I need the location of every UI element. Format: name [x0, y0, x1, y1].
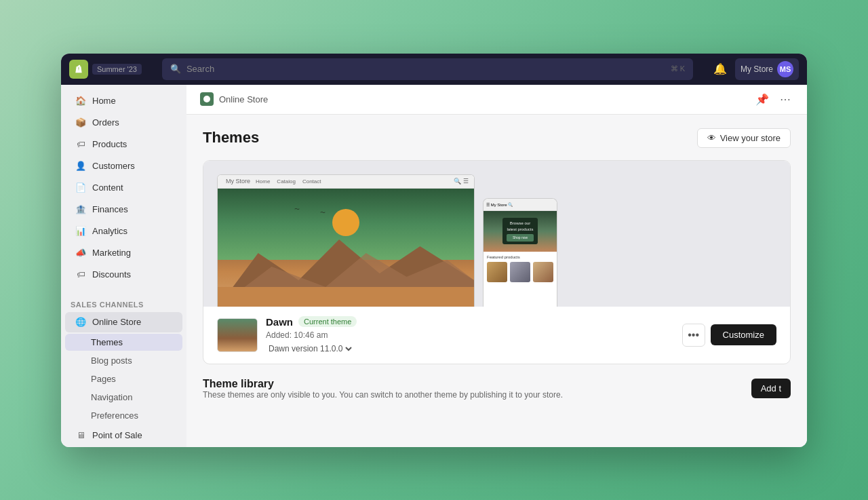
online-store-icon: 🌐 — [75, 316, 87, 328]
theme-card: My Store HomeCatalogContact 🔍 ☰ — [203, 160, 791, 364]
theme-details: Dawn Current theme Added: 10:46 am Dawn … — [266, 316, 674, 354]
svg-point-0 — [203, 96, 210, 102]
view-store-label: View your store — [720, 133, 781, 143]
breadcrumb: Online Store — [219, 94, 268, 104]
theme-actions: ••• Customize — [682, 324, 776, 347]
mobile-hero-image: Browse our latest products Shop now — [484, 211, 557, 252]
theme-thumbnail — [217, 318, 258, 352]
sidebar-subitem-blog-posts[interactable]: Blog posts — [65, 352, 182, 369]
mobile-store-name: ☰ My Store 🔍 — [486, 202, 513, 207]
library-header: Theme library These themes are only visi… — [203, 378, 791, 400]
topbar: Summer '23 🔍 ⌘ K 🔔 My Store MS — [61, 54, 807, 85]
sidebar-subitem-pages[interactable]: Pages — [65, 370, 182, 387]
sidebar-subitem-themes[interactable]: Themes — [65, 334, 182, 351]
summer-badge: Summer '23 — [92, 64, 142, 75]
mountains-svg — [218, 226, 474, 307]
search-icon: 🔍 — [170, 64, 181, 74]
view-store-button[interactable]: 👁 View your store — [697, 128, 791, 148]
current-theme-badge: Current theme — [298, 316, 357, 327]
add-theme-button[interactable]: Add t — [751, 379, 791, 398]
search-bar[interactable]: 🔍 ⌘ K — [162, 58, 693, 80]
mobile-mock-bar: ☰ My Store 🔍 — [484, 199, 557, 211]
page-content: Themes 👁 View your store My Store — [186, 115, 807, 447]
theme-version-row: Dawn version 11.0.0 — [266, 342, 674, 354]
search-input[interactable] — [186, 64, 665, 74]
sidebar-item-point-of-sale[interactable]: 🖥 Point of Sale — [65, 425, 182, 446]
main-layout: 🏠 Home 📦 Orders 🏷 Products 👤 Customers 📄… — [61, 85, 807, 447]
mobile-preview: ☰ My Store 🔍 Browse our latest products … — [483, 198, 557, 307]
sidebar-item-label: Customers — [92, 161, 135, 171]
library-title: Theme library — [203, 378, 563, 390]
topbar-right: 🔔 My Store MS — [713, 58, 799, 80]
pages-label: Pages — [91, 374, 116, 384]
products-icon: 🏷 — [75, 138, 87, 151]
eye-icon: 👁 — [707, 133, 716, 143]
orders-icon: 📦 — [75, 117, 87, 129]
theme-name: Dawn — [266, 316, 293, 328]
analytics-icon: 📊 — [75, 225, 87, 237]
store-selector[interactable]: My Store MS — [735, 58, 799, 80]
finances-icon: 🏦 — [75, 204, 87, 216]
sidebar-subitem-preferences[interactable]: Preferences — [65, 407, 182, 424]
product-thumb-2 — [510, 262, 530, 282]
library-title-group: Theme library These themes are only visi… — [203, 378, 563, 400]
sidebar-item-discounts[interactable]: 🏷 Discounts — [65, 265, 182, 285]
sidebar-item-label: Marketing — [92, 248, 131, 258]
desktop-mock-bar: My Store HomeCatalogContact 🔍 ☰ — [218, 175, 474, 189]
mock-search-icon: 🔍 ☰ — [454, 178, 469, 185]
page-header: Themes 👁 View your store — [203, 128, 791, 148]
sidebar-item-finances[interactable]: 🏦 Finances — [65, 199, 182, 220]
sidebar-item-orders[interactable]: 📦 Orders — [65, 113, 182, 133]
sidebar-item-products[interactable]: 🏷 Products — [65, 134, 182, 155]
sidebar-item-label: Home — [92, 96, 116, 106]
navigation-label: Navigation — [91, 392, 132, 402]
theme-customize-button[interactable]: Customize — [711, 324, 776, 345]
blog-posts-label: Blog posts — [91, 355, 132, 366]
content-icon: 📄 — [75, 182, 87, 194]
sidebar-item-label: Discounts — [92, 269, 131, 280]
search-shortcut: ⌘ K — [671, 64, 685, 73]
sidebar-item-content[interactable]: 📄 Content — [65, 178, 182, 198]
sidebar-item-label: Orders — [92, 117, 119, 128]
breadcrumb-actions: 📌 ⋯ — [753, 92, 793, 107]
svg-rect-3 — [218, 287, 474, 307]
sidebar-item-analytics[interactable]: 📊 Analytics — [65, 221, 182, 242]
sidebar-item-label: Analytics — [92, 226, 127, 236]
page-title: Themes — [203, 129, 259, 147]
sidebar-item-online-store[interactable]: 🌐 Online Store — [65, 312, 182, 332]
store-name-mock: My Store — [226, 178, 250, 185]
sidebar-item-label: Products — [92, 139, 127, 149]
theme-library: Theme library These themes are only visi… — [203, 375, 791, 405]
theme-info-bar: Dawn Current theme Added: 10:46 am Dawn … — [203, 307, 790, 364]
bird-decoration-2: 〜 — [320, 209, 326, 216]
online-store-breadcrumb-icon — [200, 92, 214, 106]
customers-icon: 👤 — [75, 160, 87, 172]
sidebar: 🏠 Home 📦 Orders 🏷 Products 👤 Customers 📄… — [61, 85, 186, 447]
sidebar-item-label: Point of Sale — [92, 430, 142, 440]
sidebar-item-home[interactable]: 🏠 Home — [65, 91, 182, 111]
product-thumb-1 — [487, 262, 507, 282]
sidebar-item-marketing[interactable]: 📣 Marketing — [65, 243, 182, 263]
content-area: Online Store 📌 ⋯ Themes 👁 View your stor… — [186, 85, 807, 447]
theme-version-select[interactable]: Dawn version 11.0.0 — [266, 343, 354, 354]
theme-added: Added: 10:46 am — [266, 330, 674, 340]
theme-more-button[interactable]: ••• — [682, 324, 705, 347]
breadcrumb-bar: Online Store 📌 ⋯ — [186, 85, 807, 115]
desktop-preview: My Store HomeCatalogContact 🔍 ☰ — [217, 174, 475, 307]
pin-button[interactable]: 📌 — [753, 92, 772, 107]
featured-label: Featured products — [487, 255, 553, 259]
shopify-logo — [69, 60, 88, 79]
more-options-button[interactable]: ⋯ — [777, 92, 793, 107]
mobile-promo-text: Browse our latest products Shop now — [502, 218, 537, 244]
sidebar-item-customers[interactable]: 👤 Customers — [65, 156, 182, 176]
pos-icon: 🖥 — [75, 429, 87, 442]
sidebar-item-label: Content — [92, 182, 123, 193]
mobile-product-row — [487, 262, 553, 282]
marketing-icon: 📣 — [75, 247, 87, 259]
sidebar-item-label: Online Store — [92, 317, 141, 327]
sidebar-subitem-navigation[interactable]: Navigation — [65, 389, 182, 406]
product-thumb-3 — [533, 262, 553, 282]
logo-area: Summer '23 — [69, 60, 142, 79]
themes-label: Themes — [91, 337, 123, 347]
notification-bell-icon[interactable]: 🔔 — [713, 62, 727, 75]
